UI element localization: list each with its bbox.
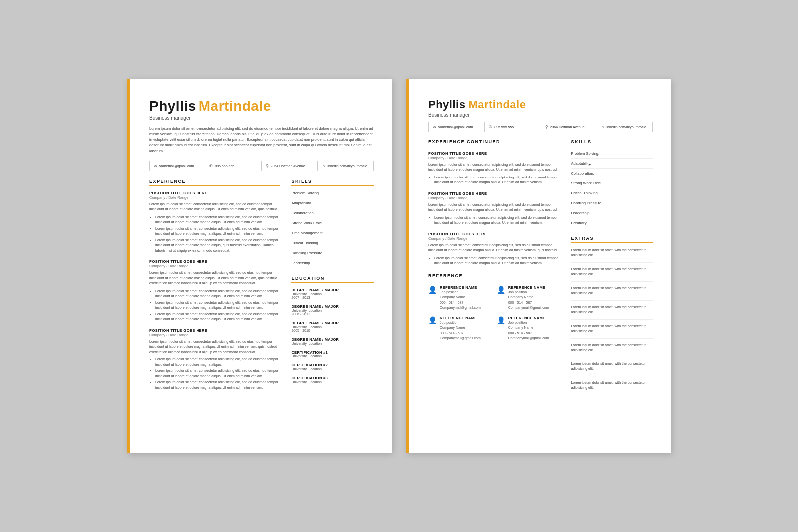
skill-item: Adaptability. xyxy=(571,161,653,169)
person-icon-1: 👤 xyxy=(428,286,437,294)
reference-section-title: REFERENCE xyxy=(428,273,560,280)
skill-item: Critical Thinking. xyxy=(571,191,653,198)
page2-exp-company-2: Company / Date Range xyxy=(428,196,560,200)
skill-item: Problem Solving. xyxy=(291,191,374,198)
skill-item: Leadership xyxy=(291,261,374,268)
phone-icon: ✆ xyxy=(209,164,213,168)
contact-address: ⚲ 2364 Hoffman Avenue xyxy=(262,161,318,171)
extras-item: Lorem ipsum dolor sit amet, with the con… xyxy=(571,267,653,282)
skill-item: Collaboration. xyxy=(571,171,653,178)
skill-item: Strong Work Ethic. xyxy=(571,181,653,188)
email-icon: ✉ xyxy=(154,164,157,168)
page2-skills-title: SKILLS xyxy=(571,139,653,146)
page2-exp-item-1: POSITION TITLE GOES HERE Company / Date … xyxy=(428,151,560,185)
bullet-item: Lorem ipsum dolor sit amet, consectetur … xyxy=(155,226,280,237)
reference-grid: 👤 REFERENCE NAME Job position Company Na… xyxy=(428,285,560,341)
bio-text: Lorem ipsum dolor sit amet, consectetur … xyxy=(149,126,374,154)
page2-header: PhyllisMartindale Business manager xyxy=(428,98,653,118)
page2-exp-bullets-2: Lorem ipsum dolor sit amet, consectetur … xyxy=(434,215,560,226)
exp-bullets-2: Lorem ipsum dolor sit amet, consectetur … xyxy=(155,289,280,322)
ref-item-1: 👤 REFERENCE NAME Job position Company Na… xyxy=(428,285,492,311)
page2-linkedin-text: linkedin.com/in/yourprofile xyxy=(606,125,646,129)
exp-continued-title: EXPERIENCE CONTINUED xyxy=(428,139,560,146)
page2-phone-text: 895 555 555 xyxy=(494,125,514,129)
bullet-item: Lorem ipsum dolor sit amet, consectetur … xyxy=(434,256,560,266)
accent-bar-1 xyxy=(127,79,130,453)
extras-section-title: EXTRAS xyxy=(571,236,653,243)
page2-exp-desc-3: Lorem ipsum dolor sit amet, consectetur … xyxy=(428,243,560,253)
skills-section-title: SKILLS xyxy=(291,179,374,186)
skill-item: Handling Pressure xyxy=(291,251,374,258)
contact-email: ✉ youremail@gmail.com xyxy=(150,161,205,171)
exp-desc-1: Lorem ipsum dolor sit amet, consectetur … xyxy=(149,202,280,212)
last-name: Martindale xyxy=(199,98,271,114)
email-text: youremail@gmail.com xyxy=(159,164,194,168)
bullet-item: Lorem ipsum dolor sit amet, consectetur … xyxy=(155,380,280,390)
bullet-item: Lorem ipsum dolor sit amet, consectetur … xyxy=(155,238,280,254)
skill-item: Handling Pressure xyxy=(571,201,653,208)
bullet-item: Lorem ipsum dolor sit amet, consectetur … xyxy=(155,300,280,311)
extras-item: Lorem ipsum dolor sit amet, with the con… xyxy=(571,248,653,263)
skills-education-column: SKILLS Problem Solving. Adaptability. Co… xyxy=(291,179,374,397)
header-name-row: PhyllisMartindale xyxy=(149,98,374,114)
skill-item: Time Management. xyxy=(291,231,374,238)
page2-contact-email: ✉ youremail@gmail.com xyxy=(429,122,485,132)
page2-exp-company-3: Company / Date Range xyxy=(428,236,560,241)
page2-contact-bar: ✉ youremail@gmail.com ✆ 895 555 555 ⚲ 23… xyxy=(428,122,653,132)
skill-item: Leadership xyxy=(571,211,653,218)
edu-item: DEGREE NAME / MAJOR University, Location… xyxy=(291,304,374,316)
education-list: DEGREE NAME / MAJOR University, Location… xyxy=(291,288,374,384)
exp-position-3: POSITION TITLE GOES HERE xyxy=(149,328,280,333)
exp-position-2: POSITION TITLE GOES HERE xyxy=(149,259,280,264)
education-section-title: EDUCATION xyxy=(291,276,374,283)
exp-bullets-1: Lorem ipsum dolor sit amet, consectetur … xyxy=(155,215,280,254)
edu-item: CERTIFICATION #3 University, Location xyxy=(291,376,374,384)
location-icon: ⚲ xyxy=(545,125,548,129)
extras-item: Lorem ipsum dolor sit amet, with the con… xyxy=(571,286,653,301)
extras-list: Lorem ipsum dolor sit amet, with the con… xyxy=(571,248,653,395)
page2-exp-item-2: POSITION TITLE GOES HERE Company / Date … xyxy=(428,191,560,226)
bullet-item: Lorem ipsum dolor sit amet, consectetur … xyxy=(434,175,560,185)
skill-item: Creativity xyxy=(571,221,653,228)
page2-name-row: PhyllisMartindale xyxy=(428,98,653,111)
skills-list: Problem Solving. Adaptability. Collabora… xyxy=(291,191,374,268)
edu-item: DEGREE NAME / MAJOR University, Location… xyxy=(291,288,374,299)
bullet-item: Lorem ipsum dolor sit amet, consectetur … xyxy=(155,215,280,225)
skill-item: Strong Work Ethic. xyxy=(291,221,374,228)
skill-item: Collaboration. xyxy=(291,211,374,218)
experience-column: EXPERIENCE POSITION TITLE GOES HERE Comp… xyxy=(149,179,280,397)
page2-exp-desc-2: Lorem ipsum dolor sit amet, consectetur … xyxy=(428,202,560,213)
page2-exp-position-3: POSITION TITLE GOES HERE xyxy=(428,232,560,236)
first-name: Phyllis xyxy=(149,98,196,114)
bullet-item: Lorem ipsum dolor sit amet, consectetur … xyxy=(155,312,280,322)
email-icon: ✉ xyxy=(433,125,436,129)
exp-company-3: Company / Date Range xyxy=(149,333,280,337)
edu-item: CERTIFICATION #2 University, Location xyxy=(291,363,374,371)
page2-main-content: EXPERIENCE CONTINUED POSITION TITLE GOES… xyxy=(428,139,653,399)
page2-contact-phone: ✆ 895 555 555 xyxy=(485,122,541,132)
skill-item: Adaptability. xyxy=(291,201,374,208)
bullet-item: Lorem ipsum dolor sit amet, consectetur … xyxy=(155,357,280,367)
contact-bar: ✉ youremail@gmail.com ✆ 895 555 555 ⚲ 23… xyxy=(149,161,374,171)
page2-exp-bullets-1: Lorem ipsum dolor sit amet, consectetur … xyxy=(434,175,560,185)
extras-item: Lorem ipsum dolor sit amet, with the con… xyxy=(571,305,653,320)
address-text: 2364 Hoffman Avenue xyxy=(271,164,305,168)
page2-email-text: youremail@gmail.com xyxy=(438,125,473,129)
page2-right-column: SKILLS Problem Solving. Adaptability. Co… xyxy=(571,139,653,399)
edu-item: CERTIFICATION #1 University, Location xyxy=(291,350,374,358)
page2-exp-desc-1: Lorem ipsum dolor sit amet, consectetur … xyxy=(428,162,560,173)
skill-item: Problem Solving. xyxy=(571,151,653,159)
page2-last-name: Martindale xyxy=(468,98,526,111)
person-icon-3: 👤 xyxy=(428,316,437,324)
exp-item-1: POSITION TITLE GOES HERE Company / Date … xyxy=(149,191,280,254)
linkedin-text: linkedin.com/in/yourprofile xyxy=(327,164,367,168)
exp-desc-2: Lorem ipsum dolor sit amet, consectetur … xyxy=(149,270,280,286)
contact-phone: ✆ 895 555 555 xyxy=(205,161,261,171)
page2-left-column: EXPERIENCE CONTINUED POSITION TITLE GOES… xyxy=(428,139,560,399)
extras-item: Lorem ipsum dolor sit amet, with the con… xyxy=(571,343,653,357)
extras-item: Lorem ipsum dolor sit amet, with the con… xyxy=(571,324,653,339)
extras-item: Lorem ipsum dolor sit amet, with the con… xyxy=(571,380,653,395)
exp-company-1: Company / Date Range xyxy=(149,195,280,200)
main-content: EXPERIENCE POSITION TITLE GOES HERE Comp… xyxy=(149,179,374,397)
page2-first-name: Phyllis xyxy=(428,98,465,111)
